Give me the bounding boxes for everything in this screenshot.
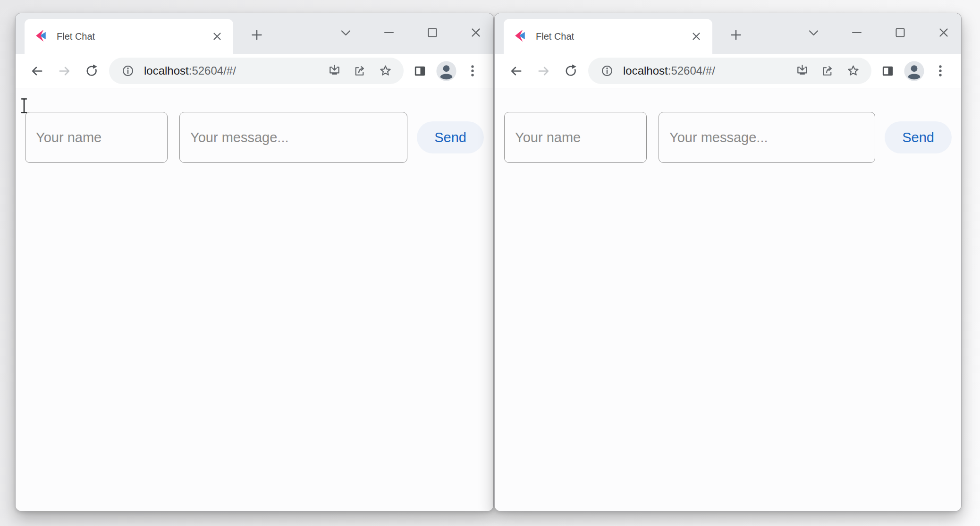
maximize-button[interactable]	[888, 21, 912, 44]
forward-button[interactable]	[51, 57, 78, 85]
browser-window-left: Flet Chat localhost:52604/#/	[16, 13, 493, 511]
chat-form: Send	[495, 88, 961, 163]
maximize-button[interactable]	[421, 21, 444, 44]
browser-window-right: Flet Chat localhost:52604/#/ Sen	[495, 13, 961, 511]
url-host: localhost	[623, 64, 668, 77]
address-bar[interactable]: localhost:52604/#/	[109, 58, 404, 84]
tab-flet-chat[interactable]: Flet Chat	[25, 19, 233, 54]
message-input[interactable]	[659, 112, 875, 163]
flet-logo-icon	[35, 29, 49, 44]
tab-close-icon[interactable]	[208, 27, 227, 46]
close-window-button[interactable]	[464, 21, 488, 44]
tab-title: Flet Chat	[536, 31, 687, 42]
profile-avatar[interactable]	[433, 58, 459, 84]
forward-button[interactable]	[530, 57, 557, 85]
flet-logo-icon	[514, 29, 528, 44]
menu-kebab-icon[interactable]	[927, 58, 954, 84]
browser-toolbar: localhost:52604/#/	[16, 54, 493, 88]
tab-strip: Flet Chat	[495, 13, 961, 54]
text-ibeam-cursor	[20, 98, 28, 116]
url-text[interactable]: localhost:52604/#/	[144, 64, 320, 77]
back-button[interactable]	[23, 57, 51, 85]
name-input[interactable]	[25, 112, 168, 163]
browser-toolbar: localhost:52604/#/	[495, 54, 961, 88]
tab-flet-chat[interactable]: Flet Chat	[504, 19, 712, 54]
address-bar[interactable]: localhost:52604/#/	[588, 58, 871, 84]
tab-title: Flet Chat	[57, 31, 208, 42]
chat-form: Send	[16, 88, 493, 163]
tab-close-icon[interactable]	[687, 27, 706, 46]
new-tab-button[interactable]	[245, 23, 269, 47]
url-path: :52604/#/	[668, 64, 715, 77]
url-host: localhost	[144, 64, 189, 77]
minimize-button[interactable]	[377, 21, 401, 44]
profile-avatar[interactable]	[901, 58, 927, 84]
send-button[interactable]: Send	[417, 121, 484, 153]
side-panel-icon[interactable]	[874, 58, 901, 84]
bookmark-star-icon[interactable]	[374, 60, 396, 82]
site-info-icon[interactable]	[118, 61, 137, 80]
tab-search-chevron-down-icon[interactable]	[802, 21, 825, 44]
site-info-icon[interactable]	[598, 61, 617, 80]
side-panel-icon[interactable]	[406, 58, 433, 84]
window-controls	[802, 21, 955, 44]
reload-button[interactable]	[557, 57, 584, 85]
install-download-icon[interactable]	[791, 60, 813, 82]
window-controls	[334, 21, 488, 44]
tab-strip: Flet Chat	[16, 13, 493, 54]
new-tab-button[interactable]	[724, 23, 748, 47]
back-button[interactable]	[502, 57, 530, 85]
name-input[interactable]	[504, 112, 647, 163]
reload-button[interactable]	[78, 57, 105, 85]
message-input[interactable]	[179, 112, 407, 163]
send-button[interactable]: Send	[885, 121, 952, 153]
page-content: Send	[495, 88, 961, 511]
install-download-icon[interactable]	[323, 60, 345, 82]
bookmark-star-icon[interactable]	[842, 60, 864, 82]
url-text[interactable]: localhost:52604/#/	[623, 64, 787, 77]
share-icon[interactable]	[349, 60, 371, 82]
url-path: :52604/#/	[189, 64, 236, 77]
tab-search-chevron-down-icon[interactable]	[334, 21, 357, 44]
close-window-button[interactable]	[932, 21, 955, 44]
minimize-button[interactable]	[845, 21, 869, 44]
page-content: Send	[16, 88, 493, 511]
menu-kebab-icon[interactable]	[459, 58, 486, 84]
share-icon[interactable]	[817, 60, 838, 82]
